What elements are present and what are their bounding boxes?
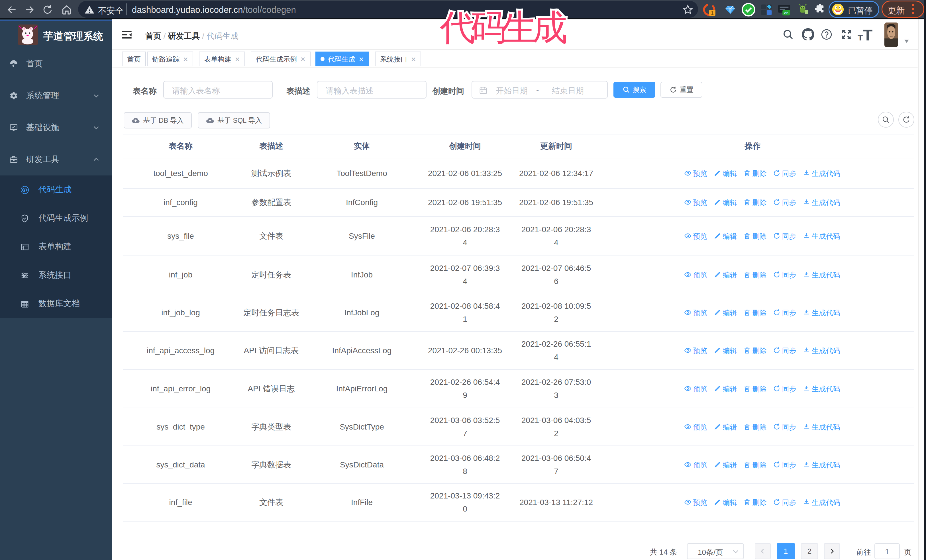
- svg-text:1: 1: [711, 10, 714, 16]
- svg-text:on: on: [784, 11, 788, 15]
